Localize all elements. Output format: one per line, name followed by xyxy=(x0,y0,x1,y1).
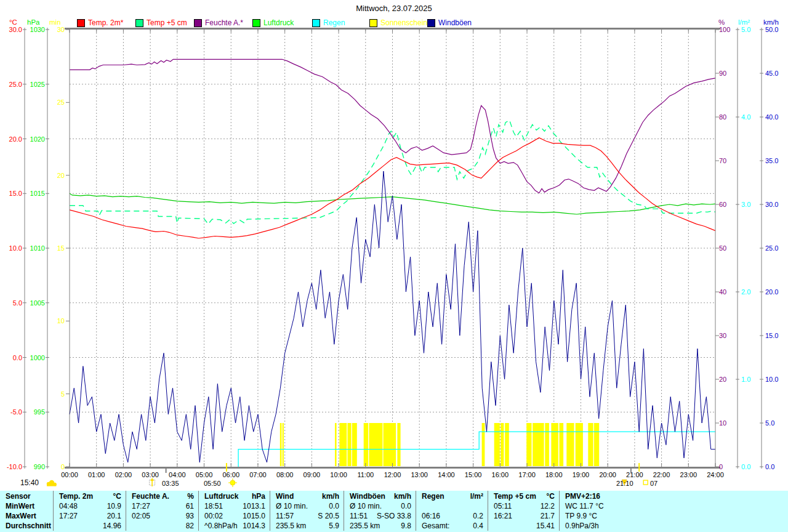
svg-text:20: 20 xyxy=(57,172,65,179)
dawn-icon xyxy=(150,478,155,486)
svg-text:5: 5 xyxy=(61,390,65,398)
svg-text:24:00: 24:00 xyxy=(707,471,724,478)
sensor-stats-table: SensorTemp. 2m°CFeuchte A.%LuftdruckhPaW… xyxy=(0,491,788,532)
svg-text:20:00: 20:00 xyxy=(599,471,616,478)
svg-text:11:00: 11:00 xyxy=(357,471,374,478)
sunshine-hours-label: 07 xyxy=(650,480,657,487)
table-cell-r1-c8: WC 11.7 °C xyxy=(559,501,788,511)
table-cell-r3-c2: 82 xyxy=(126,521,198,531)
table-cell-r0-c7: Temp +5 cm°C xyxy=(488,491,559,501)
svg-text:25: 25 xyxy=(57,99,65,106)
svg-text:30: 30 xyxy=(57,26,65,33)
svg-text:90: 90 xyxy=(719,70,726,77)
svg-text:21:00: 21:00 xyxy=(626,471,643,478)
svg-text:16:00: 16:00 xyxy=(492,471,509,478)
table-cell-r1-c6 xyxy=(416,501,488,511)
svg-text:70: 70 xyxy=(719,157,726,164)
svg-text:20.0: 20.0 xyxy=(9,135,22,143)
svg-text:23:00: 23:00 xyxy=(680,471,698,478)
day-length-sun-icon xyxy=(47,480,57,486)
sunset-time-label: 21:10 xyxy=(616,480,633,487)
table-cell-r0-c4: Windkm/h xyxy=(270,491,344,501)
table-cell-r0-c5: Windböenkm/h xyxy=(344,491,416,501)
svg-text:40: 40 xyxy=(719,288,726,296)
table-cell-r3-c4: 235.5 km5.9 xyxy=(270,521,344,531)
day-length-label: 15:40 xyxy=(20,478,39,487)
svg-text:80: 80 xyxy=(719,113,726,121)
table-cell-r1-c5: Ø 10 min.0.0 xyxy=(344,501,416,511)
table-cell-r1-c7: 05:1112.2 xyxy=(488,501,559,511)
svg-text:45.0: 45.0 xyxy=(765,70,778,77)
svg-text:50.0: 50.0 xyxy=(765,26,778,33)
svg-text:°C: °C xyxy=(9,18,17,26)
table-cell-r3-c6: Gesamt:0.4 xyxy=(416,521,488,531)
svg-text:14:00: 14:00 xyxy=(438,471,455,478)
svg-text:30: 30 xyxy=(719,332,726,339)
table-cell-r2-c6: 06:160.2 xyxy=(416,511,488,521)
svg-text:0: 0 xyxy=(61,463,65,470)
svg-text:06:00: 06:00 xyxy=(222,471,239,478)
svg-text:5.0: 5.0 xyxy=(13,299,22,307)
svg-text:1005: 1005 xyxy=(30,299,45,307)
svg-text:15:00: 15:00 xyxy=(465,471,482,478)
table-cell-r2-c7: 16:2121.7 xyxy=(488,511,559,521)
svg-text:20: 20 xyxy=(719,376,726,383)
svg-text:25.0: 25.0 xyxy=(9,81,22,88)
svg-text:995: 995 xyxy=(34,408,45,416)
dawn-time-label: 03:35 xyxy=(162,480,179,487)
svg-text:0: 0 xyxy=(719,463,723,470)
sunshine-bars xyxy=(280,423,599,466)
svg-text:%: % xyxy=(718,18,725,26)
svg-text:10.0: 10.0 xyxy=(9,244,22,252)
svg-text:10: 10 xyxy=(57,317,65,324)
svg-text:08:00: 08:00 xyxy=(276,471,294,478)
table-cell-r3-c1: 14.96 xyxy=(53,521,126,531)
svg-text:18:00: 18:00 xyxy=(545,471,563,478)
table-row-label-maxwert: MaxWert xyxy=(0,511,53,521)
svg-text:20.0: 20.0 xyxy=(765,288,778,296)
svg-text:0.0: 0.0 xyxy=(13,354,22,361)
table-cell-r3-c7: 15.41 xyxy=(488,521,559,531)
series-regen xyxy=(238,432,715,467)
axis-rain: 5.04.03.02.01.00.0 xyxy=(736,26,750,470)
axis-temp: 30.025.020.015.010.05.00.0-5.0-10.0 xyxy=(7,26,26,470)
svg-text:35.0: 35.0 xyxy=(765,157,778,164)
gridlines xyxy=(70,30,715,467)
axis-wind: 50.045.040.035.030.025.020.015.010.05.00… xyxy=(760,26,778,470)
table-cell-r1-c1: 04:4810.9 xyxy=(53,501,126,511)
svg-text:60: 60 xyxy=(719,201,726,208)
svg-text:5.0: 5.0 xyxy=(741,26,750,33)
svg-text:05:00: 05:00 xyxy=(196,471,213,478)
svg-text:17:00: 17:00 xyxy=(518,471,536,478)
svg-text:4.0: 4.0 xyxy=(741,113,750,121)
table-cell-r2-c8: TP 9.9 °C xyxy=(559,511,788,521)
svg-text:1010: 1010 xyxy=(30,244,45,252)
svg-text:30.0: 30.0 xyxy=(9,26,22,33)
table-cell-r2-c2: 02:0593 xyxy=(126,511,198,521)
svg-text:2.0: 2.0 xyxy=(741,288,750,296)
svg-text:00:00: 00:00 xyxy=(61,471,78,478)
svg-text:3.0: 3.0 xyxy=(741,201,750,208)
hour-axis: 00:0001:0002:0003:0004:0005:0006:0007:00… xyxy=(61,30,724,478)
sunrise-time-label: 05:50 xyxy=(204,480,221,487)
svg-text:10: 10 xyxy=(719,419,726,427)
svg-text:07:00: 07:00 xyxy=(249,471,267,478)
table-cell-r3-c3: ^0.8hPa/h1014.3 xyxy=(198,521,270,531)
table-row-label-durchschnitt: Durchschnitt xyxy=(0,521,53,531)
svg-text:02:00: 02:00 xyxy=(115,471,132,478)
svg-text:13:00: 13:00 xyxy=(411,471,428,478)
weather-chart: 30.025.020.015.010.05.00.0-5.0-10.010301… xyxy=(0,0,788,491)
svg-text:-5.0: -5.0 xyxy=(10,408,22,416)
svg-text:12:00: 12:00 xyxy=(384,471,401,478)
table-cell-r0-c3: LuftdruckhPa xyxy=(198,491,270,501)
svg-text:1015: 1015 xyxy=(30,190,45,197)
svg-text:1025: 1025 xyxy=(30,81,45,88)
svg-text:15.0: 15.0 xyxy=(765,332,778,339)
svg-text:5.0: 5.0 xyxy=(765,419,774,427)
sunrise-sun-icon xyxy=(228,478,237,487)
table-cell-r0-c6: Regenl/m² xyxy=(416,491,488,501)
svg-text:0.0: 0.0 xyxy=(765,463,774,470)
axis-pressure: 1030102510201015101010051000995990 xyxy=(30,26,49,470)
table-cell-r2-c4: 11:57S 20.5 xyxy=(270,511,344,521)
svg-text:-10.0: -10.0 xyxy=(7,463,22,470)
